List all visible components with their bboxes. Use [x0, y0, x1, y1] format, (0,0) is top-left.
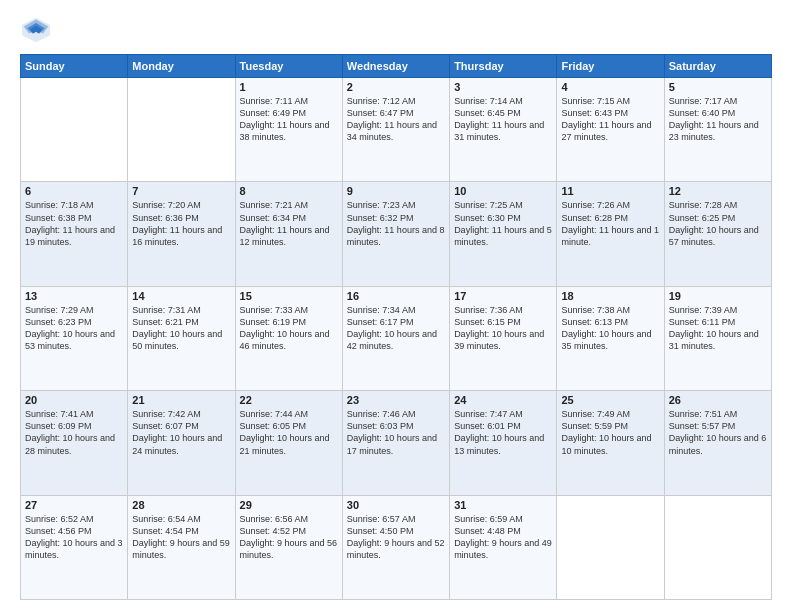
day-cell: 27Sunrise: 6:52 AM Sunset: 4:56 PM Dayli… — [21, 495, 128, 599]
day-info: Sunrise: 7:11 AM Sunset: 6:49 PM Dayligh… — [240, 95, 338, 144]
day-number: 30 — [347, 499, 445, 511]
day-number: 27 — [25, 499, 123, 511]
day-number: 24 — [454, 394, 552, 406]
day-number: 1 — [240, 81, 338, 93]
day-number: 7 — [132, 185, 230, 197]
day-number: 10 — [454, 185, 552, 197]
weekday-sunday: Sunday — [21, 55, 128, 78]
day-info: Sunrise: 7:47 AM Sunset: 6:01 PM Dayligh… — [454, 408, 552, 457]
day-cell: 11Sunrise: 7:26 AM Sunset: 6:28 PM Dayli… — [557, 182, 664, 286]
weekday-row: SundayMondayTuesdayWednesdayThursdayFrid… — [21, 55, 772, 78]
day-cell: 25Sunrise: 7:49 AM Sunset: 5:59 PM Dayli… — [557, 391, 664, 495]
day-number: 19 — [669, 290, 767, 302]
page: SundayMondayTuesdayWednesdayThursdayFrid… — [0, 0, 792, 612]
day-info: Sunrise: 7:25 AM Sunset: 6:30 PM Dayligh… — [454, 199, 552, 248]
day-cell — [21, 78, 128, 182]
day-cell: 14Sunrise: 7:31 AM Sunset: 6:21 PM Dayli… — [128, 286, 235, 390]
day-number: 21 — [132, 394, 230, 406]
day-cell: 31Sunrise: 6:59 AM Sunset: 4:48 PM Dayli… — [450, 495, 557, 599]
week-row-2: 6Sunrise: 7:18 AM Sunset: 6:38 PM Daylig… — [21, 182, 772, 286]
day-number: 4 — [561, 81, 659, 93]
day-cell: 22Sunrise: 7:44 AM Sunset: 6:05 PM Dayli… — [235, 391, 342, 495]
day-info: Sunrise: 7:12 AM Sunset: 6:47 PM Dayligh… — [347, 95, 445, 144]
day-info: Sunrise: 6:59 AM Sunset: 4:48 PM Dayligh… — [454, 513, 552, 562]
day-number: 18 — [561, 290, 659, 302]
general-blue-icon — [20, 16, 52, 44]
calendar-header: SundayMondayTuesdayWednesdayThursdayFrid… — [21, 55, 772, 78]
day-cell: 3Sunrise: 7:14 AM Sunset: 6:45 PM Daylig… — [450, 78, 557, 182]
day-number: 23 — [347, 394, 445, 406]
day-info: Sunrise: 7:29 AM Sunset: 6:23 PM Dayligh… — [25, 304, 123, 353]
day-cell: 6Sunrise: 7:18 AM Sunset: 6:38 PM Daylig… — [21, 182, 128, 286]
day-info: Sunrise: 7:14 AM Sunset: 6:45 PM Dayligh… — [454, 95, 552, 144]
day-cell: 30Sunrise: 6:57 AM Sunset: 4:50 PM Dayli… — [342, 495, 449, 599]
week-row-1: 1Sunrise: 7:11 AM Sunset: 6:49 PM Daylig… — [21, 78, 772, 182]
day-cell: 29Sunrise: 6:56 AM Sunset: 4:52 PM Dayli… — [235, 495, 342, 599]
day-number: 3 — [454, 81, 552, 93]
week-row-3: 13Sunrise: 7:29 AM Sunset: 6:23 PM Dayli… — [21, 286, 772, 390]
day-info: Sunrise: 7:34 AM Sunset: 6:17 PM Dayligh… — [347, 304, 445, 353]
day-number: 22 — [240, 394, 338, 406]
day-cell: 16Sunrise: 7:34 AM Sunset: 6:17 PM Dayli… — [342, 286, 449, 390]
day-info: Sunrise: 7:21 AM Sunset: 6:34 PM Dayligh… — [240, 199, 338, 248]
day-number: 13 — [25, 290, 123, 302]
day-cell — [557, 495, 664, 599]
day-number: 17 — [454, 290, 552, 302]
calendar-table: SundayMondayTuesdayWednesdayThursdayFrid… — [20, 54, 772, 600]
day-cell: 13Sunrise: 7:29 AM Sunset: 6:23 PM Dayli… — [21, 286, 128, 390]
day-number: 6 — [25, 185, 123, 197]
day-cell: 4Sunrise: 7:15 AM Sunset: 6:43 PM Daylig… — [557, 78, 664, 182]
day-cell: 7Sunrise: 7:20 AM Sunset: 6:36 PM Daylig… — [128, 182, 235, 286]
day-cell: 9Sunrise: 7:23 AM Sunset: 6:32 PM Daylig… — [342, 182, 449, 286]
day-info: Sunrise: 7:20 AM Sunset: 6:36 PM Dayligh… — [132, 199, 230, 248]
day-number: 5 — [669, 81, 767, 93]
day-cell: 10Sunrise: 7:25 AM Sunset: 6:30 PM Dayli… — [450, 182, 557, 286]
day-number: 28 — [132, 499, 230, 511]
day-info: Sunrise: 6:54 AM Sunset: 4:54 PM Dayligh… — [132, 513, 230, 562]
weekday-tuesday: Tuesday — [235, 55, 342, 78]
day-number: 2 — [347, 81, 445, 93]
day-info: Sunrise: 7:44 AM Sunset: 6:05 PM Dayligh… — [240, 408, 338, 457]
day-cell: 24Sunrise: 7:47 AM Sunset: 6:01 PM Dayli… — [450, 391, 557, 495]
day-info: Sunrise: 7:42 AM Sunset: 6:07 PM Dayligh… — [132, 408, 230, 457]
day-info: Sunrise: 7:15 AM Sunset: 6:43 PM Dayligh… — [561, 95, 659, 144]
day-info: Sunrise: 7:26 AM Sunset: 6:28 PM Dayligh… — [561, 199, 659, 248]
header — [20, 16, 772, 44]
weekday-thursday: Thursday — [450, 55, 557, 78]
day-info: Sunrise: 7:23 AM Sunset: 6:32 PM Dayligh… — [347, 199, 445, 248]
day-cell: 26Sunrise: 7:51 AM Sunset: 5:57 PM Dayli… — [664, 391, 771, 495]
day-cell: 2Sunrise: 7:12 AM Sunset: 6:47 PM Daylig… — [342, 78, 449, 182]
day-info: Sunrise: 7:46 AM Sunset: 6:03 PM Dayligh… — [347, 408, 445, 457]
day-cell: 20Sunrise: 7:41 AM Sunset: 6:09 PM Dayli… — [21, 391, 128, 495]
day-cell: 15Sunrise: 7:33 AM Sunset: 6:19 PM Dayli… — [235, 286, 342, 390]
day-number: 31 — [454, 499, 552, 511]
day-info: Sunrise: 7:33 AM Sunset: 6:19 PM Dayligh… — [240, 304, 338, 353]
day-info: Sunrise: 7:28 AM Sunset: 6:25 PM Dayligh… — [669, 199, 767, 248]
day-number: 11 — [561, 185, 659, 197]
day-info: Sunrise: 7:51 AM Sunset: 5:57 PM Dayligh… — [669, 408, 767, 457]
day-cell: 17Sunrise: 7:36 AM Sunset: 6:15 PM Dayli… — [450, 286, 557, 390]
day-info: Sunrise: 6:52 AM Sunset: 4:56 PM Dayligh… — [25, 513, 123, 562]
calendar-body: 1Sunrise: 7:11 AM Sunset: 6:49 PM Daylig… — [21, 78, 772, 600]
day-number: 26 — [669, 394, 767, 406]
logo — [20, 16, 56, 44]
day-number: 15 — [240, 290, 338, 302]
day-cell — [664, 495, 771, 599]
day-number: 14 — [132, 290, 230, 302]
day-info: Sunrise: 7:39 AM Sunset: 6:11 PM Dayligh… — [669, 304, 767, 353]
day-info: Sunrise: 7:49 AM Sunset: 5:59 PM Dayligh… — [561, 408, 659, 457]
day-number: 12 — [669, 185, 767, 197]
day-number: 8 — [240, 185, 338, 197]
day-number: 9 — [347, 185, 445, 197]
week-row-4: 20Sunrise: 7:41 AM Sunset: 6:09 PM Dayli… — [21, 391, 772, 495]
day-cell: 5Sunrise: 7:17 AM Sunset: 6:40 PM Daylig… — [664, 78, 771, 182]
day-info: Sunrise: 7:41 AM Sunset: 6:09 PM Dayligh… — [25, 408, 123, 457]
day-info: Sunrise: 7:36 AM Sunset: 6:15 PM Dayligh… — [454, 304, 552, 353]
weekday-friday: Friday — [557, 55, 664, 78]
day-cell: 8Sunrise: 7:21 AM Sunset: 6:34 PM Daylig… — [235, 182, 342, 286]
day-cell: 19Sunrise: 7:39 AM Sunset: 6:11 PM Dayli… — [664, 286, 771, 390]
day-cell: 18Sunrise: 7:38 AM Sunset: 6:13 PM Dayli… — [557, 286, 664, 390]
day-number: 16 — [347, 290, 445, 302]
day-info: Sunrise: 6:57 AM Sunset: 4:50 PM Dayligh… — [347, 513, 445, 562]
day-cell: 1Sunrise: 7:11 AM Sunset: 6:49 PM Daylig… — [235, 78, 342, 182]
